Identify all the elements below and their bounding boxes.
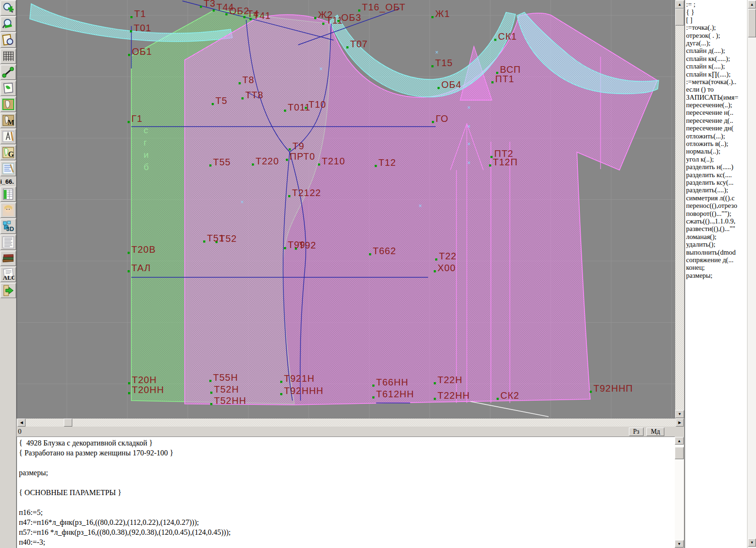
command-item[interactable]: пересечение д(.. bbox=[686, 117, 747, 124]
command-item[interactable]: размеры; bbox=[686, 272, 747, 279]
pattern-m-icon[interactable]: M bbox=[0, 113, 16, 128]
panel-vscrollbar[interactable]: ▲ ▼ bbox=[747, 0, 756, 548]
construction-point[interactable] bbox=[209, 164, 212, 167]
model-photo-icon[interactable] bbox=[0, 203, 16, 218]
canvas-hscroll-thumb[interactable] bbox=[64, 419, 72, 427]
construction-point[interactable] bbox=[372, 385, 375, 387]
command-item[interactable]: разделить кс(.... bbox=[686, 171, 747, 179]
canvas-vscroll-thumb[interactable] bbox=[675, 9, 684, 26]
command-item[interactable]: разделить(....); bbox=[686, 186, 747, 194]
grid-icon[interactable] bbox=[0, 49, 16, 64]
construction-point[interactable] bbox=[210, 392, 213, 394]
construction-point[interactable] bbox=[128, 252, 130, 254]
construction-point[interactable] bbox=[200, 6, 202, 8]
construction-point[interactable] bbox=[128, 54, 130, 56]
rz-button[interactable]: Рз bbox=[629, 428, 644, 436]
pattern-drawing[interactable]: ×××××××× Т1Т01ОБ1Т3Т44ОБ2Т4Т41Ж2Т11ОБ3Т1… bbox=[17, 0, 676, 419]
command-item[interactable]: сплайн кк(.....); bbox=[686, 55, 747, 62]
construction-point[interactable] bbox=[434, 398, 436, 400]
command-item[interactable]: отложить в(..); bbox=[686, 140, 747, 147]
command-item[interactable]: сопряжение д(... bbox=[686, 256, 747, 264]
construction-point[interactable] bbox=[490, 156, 493, 158]
zoom-in-icon[interactable] bbox=[0, 0, 16, 16]
construction-point[interactable] bbox=[372, 396, 375, 399]
construction-point[interactable] bbox=[203, 240, 206, 243]
command-item[interactable]: угол к(..); bbox=[686, 155, 747, 163]
construction-point[interactable] bbox=[438, 87, 440, 89]
blueprint-icon[interactable] bbox=[0, 161, 16, 176]
command-item[interactable]: выполнить(dmod bbox=[686, 248, 747, 256]
command-item[interactable]: сплайн к(....); bbox=[686, 62, 747, 70]
construction-point[interactable] bbox=[130, 16, 133, 18]
construction-point[interactable] bbox=[346, 46, 349, 49]
command-item[interactable]: пересечение дн( bbox=[686, 124, 747, 132]
scroll-left-icon[interactable]: ◀ bbox=[17, 419, 26, 427]
construction-point[interactable] bbox=[239, 82, 241, 85]
construction-point[interactable] bbox=[243, 16, 246, 18]
panel-vscroll-thumb[interactable] bbox=[748, 9, 756, 37]
command-item[interactable]: отрезок( . ); bbox=[686, 32, 747, 39]
command-item[interactable]: развести((),()..."" bbox=[686, 225, 747, 232]
command-item[interactable]: симметрия л(().с bbox=[686, 194, 747, 202]
import-scroll-icon[interactable] bbox=[0, 283, 16, 298]
construction-point[interactable] bbox=[358, 9, 361, 12]
scroll-up-icon[interactable]: ▲ bbox=[675, 0, 684, 9]
construction-point[interactable] bbox=[318, 163, 320, 166]
measure-icon[interactable] bbox=[0, 65, 16, 80]
construction-point[interactable] bbox=[286, 159, 288, 161]
construction-point[interactable] bbox=[494, 39, 497, 41]
construction-point[interactable] bbox=[128, 392, 130, 394]
print-preview-icon[interactable] bbox=[0, 33, 16, 48]
command-item[interactable]: сплайн д(....); bbox=[686, 47, 747, 54]
construction-point[interactable] bbox=[289, 148, 291, 151]
construction-point[interactable] bbox=[252, 163, 254, 166]
construction-point[interactable] bbox=[210, 403, 213, 405]
command-item[interactable]: пересечение н(.. bbox=[686, 109, 747, 116]
construction-point[interactable] bbox=[128, 121, 130, 123]
construction-point[interactable] bbox=[489, 164, 491, 167]
construction-point[interactable] bbox=[369, 253, 371, 256]
construction-point[interactable] bbox=[375, 165, 377, 167]
construction-point[interactable] bbox=[431, 65, 434, 68]
construction-point[interactable] bbox=[491, 81, 494, 84]
canvas-vscroll-track[interactable] bbox=[675, 9, 684, 410]
canvas-hscrollbar[interactable]: ◀ ▶ bbox=[17, 419, 684, 427]
map-icon[interactable] bbox=[0, 81, 16, 96]
table-icon[interactable] bbox=[0, 187, 16, 202]
construction-point[interactable] bbox=[128, 382, 130, 385]
construction-point[interactable] bbox=[212, 103, 214, 105]
construction-point[interactable] bbox=[241, 97, 244, 100]
drawing-canvas[interactable]: ×××××××× Т1Т01ОБ1Т3Т44ОБ2Т4Т41Ж2Т11ОБ3Т1… bbox=[17, 0, 675, 419]
construction-point[interactable] bbox=[435, 258, 438, 261]
command-item[interactable]: :=метка(точка(.).. bbox=[686, 78, 747, 86]
pattern-outline-icon[interactable] bbox=[0, 97, 16, 112]
construction-point[interactable] bbox=[213, 9, 215, 12]
command-item[interactable]: нормаль(..); bbox=[686, 147, 747, 155]
command-item[interactable]: поворот(()...""); bbox=[686, 210, 747, 217]
command-item[interactable]: пересечение(..); bbox=[686, 101, 747, 109]
command-item[interactable]: сплайн к∏(....); bbox=[686, 70, 747, 78]
editor-vscroll-thumb[interactable] bbox=[675, 447, 684, 459]
code-editor[interactable]: { 4928 Блузка с декоративной складкой }{… bbox=[17, 437, 675, 548]
command-item[interactable]: { } bbox=[686, 8, 747, 16]
scroll-right-icon[interactable]: ▶ bbox=[676, 419, 684, 427]
command-item[interactable]: разделить ксу(... bbox=[686, 179, 747, 186]
command-item[interactable]: дуга(...); bbox=[686, 39, 747, 47]
command-item[interactable]: конец; bbox=[686, 264, 747, 271]
construction-point[interactable] bbox=[434, 270, 436, 273]
zoom-out-icon[interactable] bbox=[0, 17, 16, 32]
construction-point[interactable] bbox=[322, 23, 325, 25]
construction-point[interactable] bbox=[284, 110, 286, 112]
command-item[interactable]: разделить н(.....) bbox=[686, 163, 747, 171]
command-item[interactable]: := ; bbox=[686, 0, 747, 8]
text-list-icon[interactable] bbox=[0, 235, 16, 250]
construction-point[interactable] bbox=[431, 16, 434, 18]
md-button[interactable]: Мд bbox=[646, 428, 664, 436]
construction-point[interactable] bbox=[225, 13, 228, 16]
construction-point[interactable] bbox=[434, 382, 436, 385]
scroll-up-icon[interactable]: ▲ bbox=[748, 0, 756, 9]
construction-point[interactable] bbox=[280, 381, 283, 383]
construction-point[interactable] bbox=[130, 30, 132, 33]
command-item[interactable]: отложить(...); bbox=[686, 132, 747, 140]
command-item[interactable]: сжать(()..,1.1.0.9, bbox=[686, 217, 747, 225]
